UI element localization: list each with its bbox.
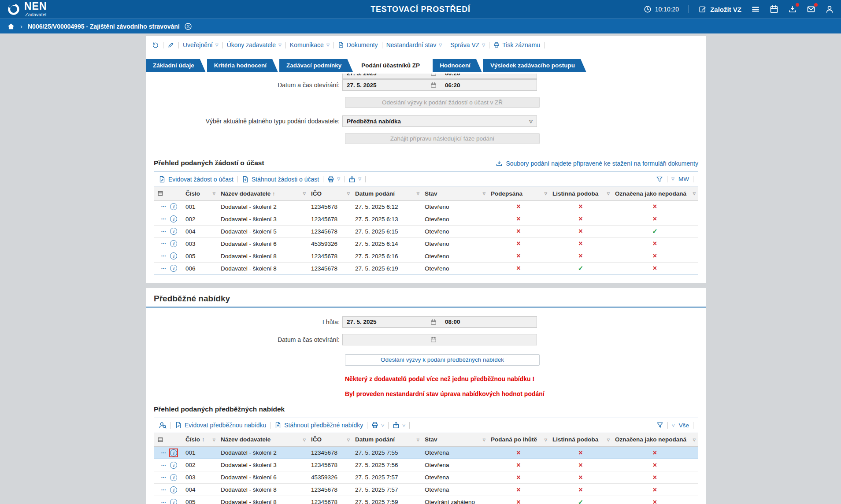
tab-zakladni-udaje[interactable]: Základní údaje bbox=[146, 59, 206, 72]
breadcrumb-record[interactable]: N006/25/V00004995 - Zajištění závodního … bbox=[28, 22, 192, 30]
column-filter-icon[interactable]: ▽ bbox=[607, 437, 610, 441]
row-menu-icon[interactable]: ••• bbox=[161, 242, 166, 245]
row-detail-button[interactable]: i bbox=[169, 473, 178, 482]
row-detail-button[interactable]: i bbox=[169, 264, 178, 273]
column-header-listinna-podoba[interactable]: Listinná podoba▽ bbox=[549, 433, 612, 447]
column-header-podepsana[interactable]: Podepsána▽ bbox=[488, 187, 549, 200]
column-filter-icon[interactable]: ▽ bbox=[693, 192, 696, 196]
row-detail-button[interactable]: i bbox=[169, 227, 178, 236]
column-filter-icon[interactable]: ▽ bbox=[347, 192, 350, 196]
menu-komunikace[interactable]: Komunikace▽ bbox=[290, 41, 330, 48]
view-name[interactable]: Vše bbox=[679, 422, 689, 429]
menu-button[interactable] bbox=[751, 5, 760, 14]
register-request-button[interactable]: Evidovat žádost o účast bbox=[159, 176, 233, 183]
column-header-select[interactable] bbox=[154, 187, 182, 200]
clipped-datetime-field[interactable]: 27. 5. 2025 06:20 bbox=[342, 74, 537, 79]
column-filter-icon[interactable]: ▽ bbox=[303, 437, 306, 441]
table-row[interactable]: •••i 004 Dodavatel - školení 8 12345678 … bbox=[154, 484, 698, 496]
column-filter-icon[interactable]: ▽ bbox=[213, 192, 215, 196]
row-menu-icon[interactable]: ••• bbox=[161, 463, 166, 467]
table-row[interactable]: •••i 005 Dodavatel - školení 8 12345678 … bbox=[154, 250, 698, 262]
download-preliminary-offers-button[interactable]: Stáhnout předběžné nabídky bbox=[274, 422, 363, 429]
profile-button[interactable] bbox=[825, 5, 834, 14]
print-grid-button[interactable]: ▽ bbox=[327, 176, 340, 183]
row-detail-button[interactable]: i bbox=[169, 215, 178, 223]
column-filter-icon[interactable]: ▽ bbox=[545, 192, 547, 196]
column-header-cislo[interactable]: Číslo↑▽ bbox=[182, 433, 218, 447]
calendar-icon[interactable] bbox=[430, 74, 437, 76]
row-detail-button[interactable]: i bbox=[169, 202, 178, 211]
menu-ukony-zadavatele[interactable]: Úkony zadavatele▽ bbox=[227, 41, 282, 48]
messages-button[interactable] bbox=[807, 5, 815, 14]
row-menu-icon[interactable]: ••• bbox=[161, 254, 166, 258]
calendar-icon[interactable] bbox=[430, 82, 437, 88]
view-dropdown-icon[interactable]: ▽ bbox=[671, 177, 674, 181]
row-detail-button[interactable]: i bbox=[169, 485, 178, 494]
menu-nestandardni-stav[interactable]: Nestandardní stav▽ bbox=[386, 41, 442, 48]
row-detail-button[interactable]: i bbox=[169, 239, 178, 248]
opening-datetime-field[interactable]: 27. 5. 2025 06:20 bbox=[342, 79, 537, 91]
row-menu-icon[interactable]: ••• bbox=[161, 451, 166, 455]
column-filter-icon[interactable]: ▽ bbox=[483, 192, 485, 196]
column-filter-icon[interactable]: ▽ bbox=[417, 437, 419, 441]
create-vz-button[interactable]: Založit VZ bbox=[699, 5, 741, 13]
send-invite-requests-button[interactable]: Odeslání výzvy k podání žádostí o účast … bbox=[345, 97, 540, 108]
column-filter-icon[interactable]: ▽ bbox=[347, 437, 350, 441]
row-detail-button[interactable]: i bbox=[169, 498, 178, 504]
row-menu-icon[interactable]: ••• bbox=[161, 476, 166, 479]
row-menu-icon[interactable]: ••• bbox=[161, 217, 166, 221]
calendar-icon[interactable] bbox=[430, 319, 437, 325]
tab-vysledek-zadavaciho-postupu[interactable]: Výsledek zadávacího postupu bbox=[483, 59, 586, 72]
column-header-ico[interactable]: IČO▽ bbox=[308, 187, 352, 200]
column-filter-icon[interactable]: ▽ bbox=[303, 192, 306, 196]
row-detail-button[interactable]: i bbox=[169, 252, 178, 260]
column-header-podana-po-lhute[interactable]: Podaná po lhůtě▽ bbox=[488, 433, 549, 447]
close-record-button[interactable] bbox=[184, 22, 192, 30]
column-filter-icon[interactable]: ▽ bbox=[417, 192, 419, 196]
table-row[interactable]: •••i 006 Dodavatel - školení 8 12345678 … bbox=[154, 262, 698, 274]
supplier-search-button[interactable] bbox=[159, 421, 167, 429]
row-detail-button[interactable]: i bbox=[169, 461, 178, 470]
tab-hodnoceni[interactable]: Hodnocení bbox=[433, 59, 482, 72]
menu-tisk-zaznamu[interactable]: Tisk záznamu bbox=[493, 41, 540, 48]
downloads-button[interactable] bbox=[788, 5, 797, 14]
export-grid-button[interactable]: ▽ bbox=[393, 422, 405, 429]
column-header-stav[interactable]: Stav▽ bbox=[422, 187, 488, 200]
table-row[interactable]: •••i 001 Dodavatel - školení 2 12345678 … bbox=[154, 447, 698, 459]
row-menu-icon[interactable]: ••• bbox=[161, 267, 166, 270]
tab-podani-ucastniku-zp[interactable]: Podání účastníků ZP bbox=[354, 59, 431, 72]
column-header-oznacena-jako-nepodana[interactable]: Označena jako nepodaná▽ bbox=[612, 187, 698, 200]
table-row[interactable]: •••i 001 Dodavatel - školení 2 12345678 … bbox=[154, 200, 698, 213]
menu-dokumenty[interactable]: Dokumenty bbox=[338, 41, 378, 48]
column-header-nazev-dodavatele[interactable]: Název dodavatele▽ bbox=[218, 433, 308, 447]
table-row[interactable]: •••i 003 Dodavatel - školení 6 45359326 … bbox=[154, 471, 698, 484]
row-menu-icon[interactable]: ••• bbox=[161, 230, 166, 233]
export-grid-button[interactable]: ▽ bbox=[348, 176, 361, 183]
table-row[interactable]: •••i 004 Dodavatel - školení 5 12345678 … bbox=[154, 225, 698, 237]
column-header-stav[interactable]: Stav▽ bbox=[422, 433, 488, 447]
column-header-nazev-dodavatele[interactable]: Název dodavatele↑▽ bbox=[218, 187, 308, 200]
opening-datetime-field-empty[interactable] bbox=[342, 334, 537, 345]
calendar-icon[interactable] bbox=[430, 337, 437, 343]
tab-zadavaci-podminky[interactable]: Zadávací podmínky bbox=[279, 59, 353, 72]
tab-kriteria-hodnoceni[interactable]: Kritéria hodnocení bbox=[207, 59, 278, 72]
nen-logo[interactable]: NEN Zadavatel bbox=[7, 1, 47, 17]
register-preliminary-offer-button[interactable]: Evidovat předběžnou nabídku bbox=[175, 422, 266, 429]
table-row[interactable]: •••i 002 Dodavatel - školení 3 12345678 … bbox=[154, 459, 698, 471]
column-header-cislo[interactable]: Číslo▽ bbox=[182, 187, 218, 200]
row-menu-icon[interactable]: ••• bbox=[161, 500, 166, 504]
column-header-oznacena-jako-nepodana[interactable]: Označena jako nepodaná▽ bbox=[612, 433, 698, 447]
row-menu-icon[interactable]: ••• bbox=[161, 205, 166, 208]
table-row[interactable]: •••i 002 Dodavatel - školení 3 12345678 … bbox=[154, 213, 698, 225]
table-row[interactable]: •••i 003 Dodavatel - školení 6 45359326 … bbox=[154, 237, 698, 250]
edit-button[interactable] bbox=[167, 41, 174, 48]
filter-grid-button[interactable] bbox=[656, 422, 663, 429]
row-menu-icon[interactable]: ••• bbox=[161, 488, 166, 492]
table-row[interactable]: •••i 005 Dodavatel - školení 8 12345678 … bbox=[154, 496, 698, 504]
menu-uverejneni[interactable]: Uveřejnění▽ bbox=[183, 41, 219, 48]
view-name[interactable]: MW bbox=[678, 176, 689, 182]
send-invite-preliminary-button[interactable]: Odeslání výzvy k podání předběžných nabí… bbox=[345, 354, 540, 366]
history-button[interactable] bbox=[152, 41, 159, 48]
start-next-phase-button[interactable]: Zahájit přípravu následující fáze podání bbox=[345, 133, 540, 144]
deadline-datetime-field[interactable]: 27. 5. 2025 08:00 bbox=[342, 316, 537, 328]
